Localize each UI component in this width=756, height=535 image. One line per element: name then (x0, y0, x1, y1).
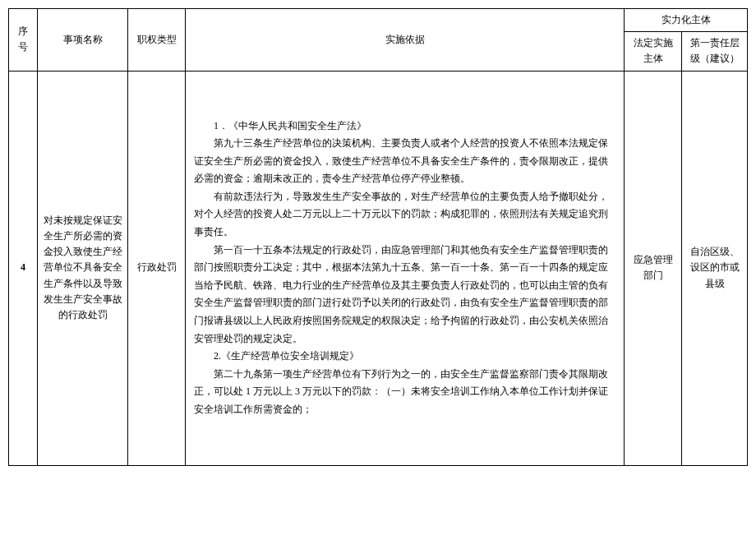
basis-line: 第一百一十五条本法规定的行政处罚，由应急管理部门和其他负有安全生产监督管理职责的… (194, 242, 615, 348)
header-type: 职权类型 (128, 9, 186, 71)
header-entity-group: 实力化主体 (625, 9, 748, 32)
cell-name: 对未按规定保证安全生产所必需的资金投入致使生产经营单位不具备安全生产条件以及导致… (38, 71, 128, 465)
basis-line: 2.《生产经营单位安全培训规定》 (194, 348, 615, 366)
header-level: 第一责任层级（建议） (682, 32, 748, 71)
table-row: 4 对未按规定保证安全生产所必需的资金投入致使生产经营单位不具备安全生产条件以及… (9, 71, 748, 465)
basis-line: 1．《中华人民共和国安全生产法》 (194, 118, 615, 136)
basis-line: 有前款违法行为，导致发生生产安全事故的，对生产经营单位的主要负责人给予撤职处分，… (194, 188, 615, 242)
header-name: 事项名称 (38, 9, 128, 71)
header-basis: 实施依据 (186, 9, 625, 71)
cell-level: 自治区级、设区的市或县级 (682, 71, 748, 465)
cell-seq: 4 (9, 71, 38, 465)
cell-legal-body: 应急管理部门 (625, 71, 682, 465)
header-legal-body: 法定实施主体 (625, 32, 682, 71)
basis-line: 第九十三条生产经营单位的决策机构、主要负责人或者个人经营的投资人不依照本法规定保… (194, 135, 615, 188)
cell-type: 行政处罚 (128, 71, 186, 465)
regulation-table: 序号 事项名称 职权类型 实施依据 实力化主体 法定实施主体 第一责任层级（建议… (8, 8, 748, 466)
cell-basis: 1．《中华人民共和国安全生产法》 第九十三条生产经营单位的决策机构、主要负责人或… (186, 71, 625, 465)
header-seq: 序号 (9, 9, 38, 71)
basis-line: 第二十九条第一项生产经营单位有下列行为之一的，由安全生产监督监察部门责令其限期改… (194, 366, 615, 419)
